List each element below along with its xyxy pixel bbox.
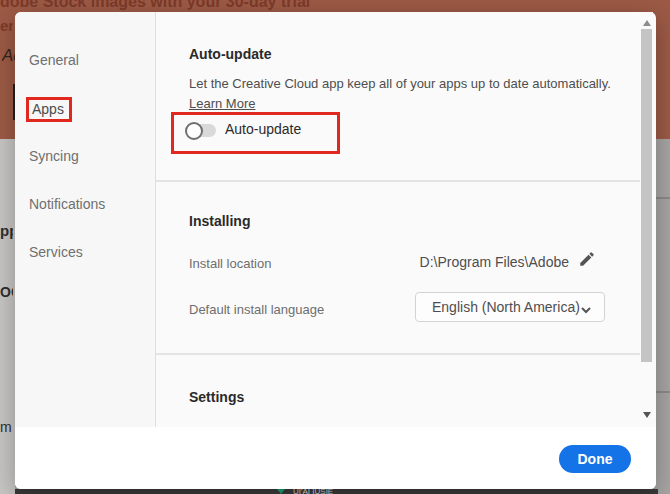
edit-install-location-button[interactable] — [578, 250, 600, 272]
preferences-sidebar: General Apps Syncing Notifications Servi… — [15, 12, 156, 427]
sidebar-item-services[interactable]: Services — [29, 244, 83, 260]
background-text-fragment: OC — [0, 284, 13, 300]
auto-update-toggle-label: Auto-update — [225, 121, 301, 137]
background-divider — [656, 197, 670, 199]
preferences-dialog: General Apps Syncing Notifications Servi… — [15, 12, 656, 489]
background-left-strip — [0, 139, 15, 494]
background-banner-text-2: er — [0, 17, 13, 34]
learn-more-link[interactable]: Learn More — [189, 96, 255, 111]
apps-annotation-box: Apps — [26, 97, 72, 122]
chevron-down-icon — [580, 302, 592, 314]
done-button[interactable]: Done — [559, 445, 631, 473]
language-dropdown[interactable]: English (North America) — [415, 292, 605, 322]
language-dropdown-value: English (North America) — [432, 293, 580, 321]
auto-update-toggle-knob[interactable] — [185, 122, 203, 140]
default-install-language-label: Default install language — [189, 302, 324, 317]
section-divider — [156, 353, 653, 355]
play-triangle-icon — [277, 489, 285, 494]
background-text-fragment: m ( — [0, 419, 15, 435]
auto-update-section-title: Auto-update — [189, 46, 271, 62]
install-location-value: D:\Program Files\Adobe — [419, 254, 569, 270]
section-divider — [156, 180, 653, 182]
background-divider — [656, 391, 670, 393]
background-text-fragment: pp — [0, 222, 13, 239]
background-text-fragment: Ad — [2, 46, 16, 66]
scroll-up-arrow-icon[interactable] — [643, 20, 651, 26]
sidebar-item-syncing[interactable]: Syncing — [29, 148, 79, 164]
dialog-footer: Done — [15, 427, 656, 489]
sidebar-item-general[interactable]: General — [29, 52, 79, 68]
installing-section-title: Installing — [189, 213, 250, 229]
auto-update-description: Let the Creative Cloud app keep all of y… — [189, 76, 611, 91]
background-bottom-bar: UI'AI IUSIE — [15, 489, 658, 494]
background-banner-text: dobe Stock images with your 30-day trial — [0, 0, 310, 11]
background-bottom-text: UI'AI IUSIE — [293, 489, 333, 494]
scrollbar-thumb[interactable] — [641, 29, 652, 362]
install-location-label: Install location — [189, 256, 271, 271]
settings-section-title: Settings — [189, 389, 244, 405]
screen: dobe Stock images with your 30-day trial… — [0, 0, 670, 494]
scroll-down-arrow-icon[interactable] — [643, 412, 651, 418]
sidebar-item-notifications[interactable]: Notifications — [29, 196, 105, 212]
pencil-icon — [578, 254, 596, 271]
sidebar-item-apps[interactable]: Apps — [32, 101, 64, 117]
